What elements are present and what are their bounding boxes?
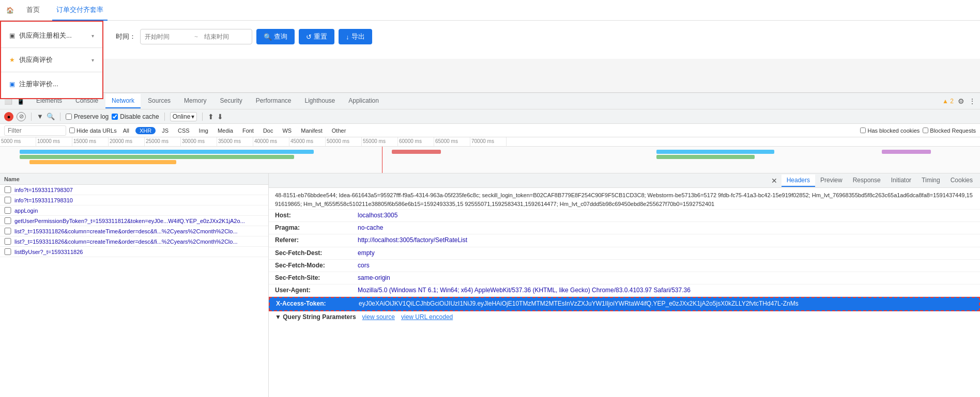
- header-tab-home[interactable]: 首页: [22, 0, 44, 21]
- app-header: 🏠 首页 订单交付齐套率: [0, 0, 980, 21]
- home-icon: 🏠: [6, 7, 14, 14]
- header-tab-order[interactable]: 订单交付齐套率: [52, 0, 108, 21]
